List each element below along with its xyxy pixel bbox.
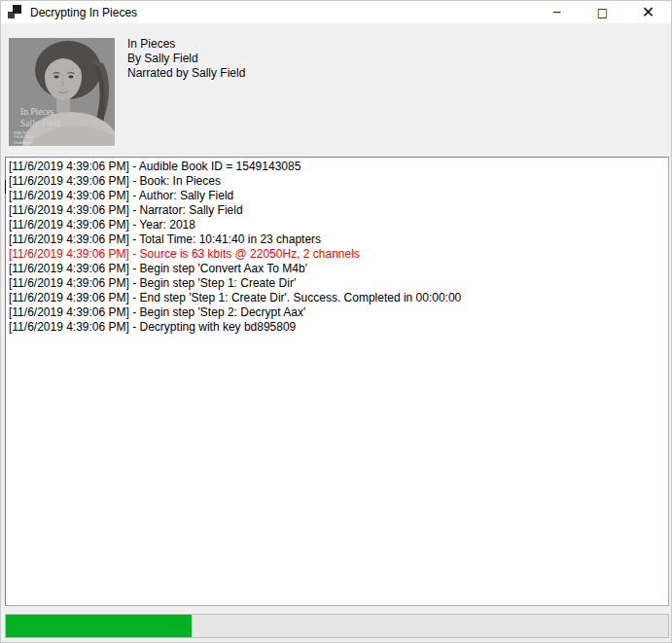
log-line: [11/6/2019 4:39:06 PM] - Book: In Pieces xyxy=(9,174,666,189)
progress-fill xyxy=(6,615,192,637)
cover-edition: Unabridged xyxy=(14,141,32,145)
log-line: [11/6/2019 4:39:06 PM] - Total Time: 10:… xyxy=(9,232,666,247)
book-cover-image: In Pieces Sally Field READ BY THE AUTHOR… xyxy=(9,38,115,146)
log-line: [11/6/2019 4:39:06 PM] - Decrypting with… xyxy=(9,320,666,335)
progress-bar xyxy=(5,614,669,638)
window-title: Decrypting In Pieces xyxy=(30,6,137,19)
log-line: [11/6/2019 4:39:06 PM] - Begin step 'Con… xyxy=(9,262,666,276)
minimize-button[interactable]: ─ xyxy=(534,1,580,23)
log-line: [11/6/2019 4:39:06 PM] - Begin step 'Ste… xyxy=(9,276,666,291)
text-caret xyxy=(5,180,6,194)
close-button[interactable]: ✕ xyxy=(625,1,671,23)
log-line: [11/6/2019 4:39:06 PM] - Narrator: Sally… xyxy=(9,203,666,218)
title-bar[interactable]: Decrypting In Pieces ─ □ ✕ xyxy=(1,1,671,23)
book-narrator-line: Narrated by Sally Field xyxy=(127,66,245,81)
app-window: Decrypting In Pieces ─ □ ✕ xyxy=(0,0,672,643)
book-cover-art: In Pieces Sally Field READ BY THE AUTHOR… xyxy=(9,38,115,146)
cover-readby-2: THE AUTHOR xyxy=(14,135,34,139)
app-icon-square-large xyxy=(13,5,21,14)
cover-title: In Pieces xyxy=(20,107,54,117)
maximize-button[interactable]: □ xyxy=(580,1,625,23)
log-line: [11/6/2019 4:39:06 PM] - Begin step 'Ste… xyxy=(9,305,666,320)
log-textbox[interactable]: [11/6/2019 4:39:06 PM] - Audible Book ID… xyxy=(5,157,669,606)
book-info: In Pieces By Sally Field Narrated by Sal… xyxy=(127,37,245,81)
cover-author: Sally Field xyxy=(20,119,61,128)
book-author-line: By Sally Field xyxy=(127,52,245,66)
book-title-line: In Pieces xyxy=(127,37,245,52)
window-controls: ─ □ ✕ xyxy=(534,1,671,23)
log-line: [11/6/2019 4:39:06 PM] - Author: Sally F… xyxy=(9,189,666,203)
log-line: [11/6/2019 4:39:06 PM] - Year: 2018 xyxy=(9,218,666,232)
log-line: [11/6/2019 4:39:06 PM] - End step 'Step … xyxy=(9,291,666,305)
log-line: [11/6/2019 4:39:06 PM] - Source is 63 kb… xyxy=(9,247,666,262)
app-icon xyxy=(8,5,23,19)
log-line: [11/6/2019 4:39:06 PM] - Audible Book ID… xyxy=(9,160,666,174)
